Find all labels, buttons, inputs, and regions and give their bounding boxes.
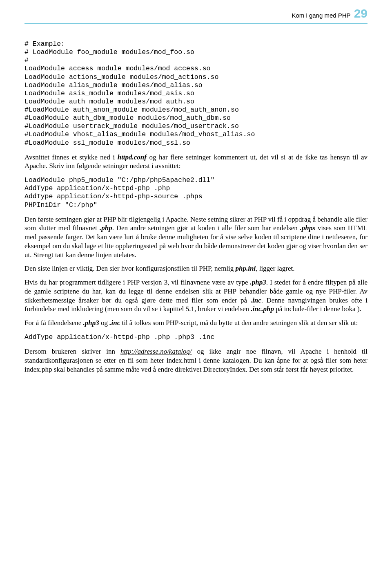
text: og bbox=[99, 319, 110, 327]
paragraph-2: Den første setningen gjør at PHP blir ti… bbox=[24, 215, 368, 260]
header-rule bbox=[24, 23, 368, 24]
code-block-2: LoadModule php5_module "C:/php/php5apach… bbox=[24, 176, 368, 209]
header-title: Kom i gang med PHP bbox=[292, 12, 350, 19]
text: Den siste linjen er viktig. Den sier hvo… bbox=[24, 265, 236, 272]
code-block-1: # Example: # LoadModule foo_module modul… bbox=[24, 40, 368, 147]
ext-php3: .php3 bbox=[250, 278, 266, 286]
page-number: 29 bbox=[354, 7, 368, 20]
paragraph-5: For å få filendelsene .php3 og .inc til … bbox=[24, 318, 368, 327]
text: Avsnittet finnes et stykke ned i bbox=[24, 153, 118, 161]
ext-php3-b: .php3 bbox=[83, 319, 99, 327]
paragraph-6: Dersom brukeren skriver inn http://adres… bbox=[24, 347, 368, 374]
page-header: Kom i gang med PHP 29 bbox=[24, 0, 368, 23]
ext-inc-php: .inc.php bbox=[251, 305, 274, 313]
text: Hvis du har programmert tidligere i PHP … bbox=[24, 278, 250, 286]
text: til å tolkes som PHP-script, må du bytte… bbox=[120, 319, 358, 327]
ext-php: .php bbox=[100, 224, 112, 232]
filename-httpd-conf: httpd.conf bbox=[118, 153, 147, 161]
ext-phps: .phps bbox=[300, 224, 315, 232]
ext-inc-b: .inc bbox=[109, 319, 120, 327]
ext-inc: .inc bbox=[251, 296, 261, 304]
code-block-3: AddType application/x-httpd-php .php .ph… bbox=[24, 333, 368, 341]
text: på include-filer i denne boka ). bbox=[274, 305, 361, 313]
text: , ligger lagret. bbox=[256, 265, 294, 272]
paragraph-3: Den siste linjen er viktig. Den sier hvo… bbox=[24, 264, 368, 273]
example-url: http://adresse.no/katalog/ bbox=[120, 348, 192, 355]
text: For å få filendelsene bbox=[24, 319, 83, 327]
paragraph-4: Hvis du har programmert tidligere i PHP … bbox=[24, 278, 368, 314]
text: Dersom brukeren skriver inn bbox=[24, 348, 120, 355]
text: . Den andre setningen gjør at koden i al… bbox=[112, 224, 300, 232]
paragraph-1: Avsnittet finnes et stykke ned i httpd.c… bbox=[24, 153, 368, 171]
filename-php-ini: php.ini bbox=[236, 265, 256, 272]
